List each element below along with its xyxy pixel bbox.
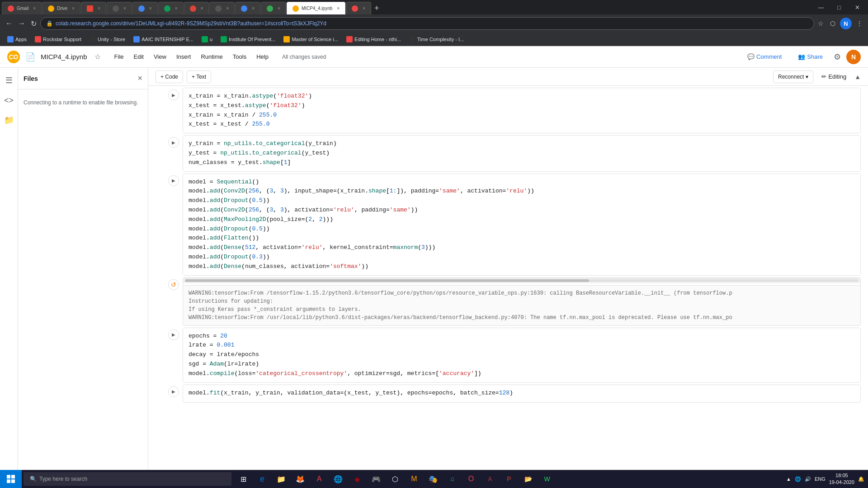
bookmark-unity[interactable]: Unity - Store (86, 35, 129, 44)
explorer-icon-2[interactable]: 📂 (520, 471, 536, 487)
edge-browser-icon[interactable]: e (254, 471, 270, 487)
close-button[interactable]: ✕ (848, 0, 866, 14)
cell-1-run-button[interactable]: ▶ (168, 89, 179, 100)
tab-3[interactable]: × (81, 2, 106, 14)
address-bar[interactable]: 🔒 colab.research.google.com/drive/1DeUML… (40, 17, 814, 30)
tab-9[interactable]: × (235, 2, 260, 14)
star-icon[interactable]: ☆ (94, 52, 101, 61)
menu-runtime[interactable]: Runtime (196, 51, 227, 63)
tab-gmail[interactable]: Gmail × (2, 2, 42, 14)
bookmark-button[interactable]: ☆ (816, 18, 826, 29)
add-code-button[interactable]: + Code (156, 70, 183, 83)
comment-label: Comment (756, 53, 782, 60)
access-icon[interactable]: A (482, 471, 498, 487)
profile-circle[interactable]: N (840, 18, 852, 29)
user-avatar[interactable]: N (846, 50, 861, 64)
menu-edit[interactable]: Edit (129, 51, 148, 63)
app-icon-3[interactable]: 🎮 (368, 471, 384, 487)
bookmark-institute[interactable]: Institute Of Prevent... (217, 35, 279, 44)
new-tab-button[interactable]: + (372, 2, 382, 14)
tab-colab[interactable]: MICP4_4.ipynb × (287, 2, 345, 14)
app-icon-4[interactable]: ⬡ (387, 471, 403, 487)
file-explorer-icon[interactable]: 📁 (273, 471, 289, 487)
sidebar-close-button[interactable]: × (137, 74, 142, 83)
task-view-button[interactable]: ⊞ (235, 471, 251, 487)
acrobat-icon[interactable]: A (311, 471, 327, 487)
more-options-button[interactable]: ⋮ (854, 18, 864, 29)
cell-1-body[interactable]: x_train = x_train.astype('float32') x_te… (183, 88, 861, 133)
output-scrollbar[interactable] (183, 278, 860, 283)
notebook-area: ☰ <> 📁 Files × Connecting to a runtime t… (0, 68, 868, 470)
reconnect-dropdown-icon[interactable]: ▾ (806, 74, 808, 80)
cell-3-body[interactable]: model = Sequential() model.add(Conv2D(25… (183, 174, 861, 276)
bookmark-editing[interactable]: Editing Home - nthi... (343, 35, 405, 44)
app-icon-6[interactable]: 🎭 (425, 471, 441, 487)
colab-logo: CO (7, 51, 20, 63)
editing-label: Editing (828, 73, 846, 80)
tab-11[interactable]: × (346, 2, 371, 14)
forward-button[interactable]: → (16, 18, 27, 29)
svg-rect-2 (7, 479, 10, 483)
reconnect-button[interactable]: Reconnect ▾ (773, 70, 813, 83)
firefox-icon[interactable]: 🦊 (292, 471, 308, 487)
cell-4-body[interactable]: WARNING:tensorflow:From /tensorflow-1.15… (183, 277, 861, 326)
taskbar-icons: ⊞ e 📁 🦊 A 🌐 ◈ 🎮 ⬡ M 🎭 (235, 471, 555, 487)
cell-6-body[interactable]: model.fit(x_train, y_train, validation_d… (183, 385, 861, 403)
menu-view[interactable]: View (149, 51, 171, 63)
sidebar-folder-icon[interactable]: 📁 (0, 111, 18, 129)
maximize-button[interactable]: □ (830, 0, 848, 14)
menu-tools[interactable]: Tools (228, 51, 251, 63)
back-button[interactable]: ← (4, 18, 14, 29)
cell-3-run-button[interactable]: ▶ (168, 175, 179, 186)
tab-8[interactable]: × (209, 2, 235, 14)
cell-6-run-button[interactable]: ▶ (168, 386, 179, 397)
powerpoint-icon[interactable]: P (501, 471, 517, 487)
tab-5[interactable]: × (132, 2, 158, 14)
extension-button[interactable]: ⬡ (828, 18, 837, 29)
menu-insert[interactable]: Insert (172, 51, 196, 63)
app-icon-2[interactable]: ◈ (349, 471, 365, 487)
bookmarks-bar: Apps Rockstar Support Unity - Store AAIC… (0, 33, 868, 46)
comment-icon: 💬 (747, 53, 755, 60)
window-controls: — □ ✕ (812, 0, 866, 14)
clock: 18:05 19-04-2020 (829, 472, 854, 486)
bookmark-time[interactable]: Time Complexity - I... (406, 35, 468, 44)
pencil-icon: ✏ (821, 73, 826, 80)
whatsapp-icon[interactable]: W (539, 471, 555, 487)
share-button[interactable]: 👥 Share (793, 51, 828, 63)
cell-1-code: x_train = x_train.astype('float32') x_te… (183, 88, 860, 133)
office-icon[interactable]: O (463, 471, 479, 487)
reload-button[interactable]: ↻ (29, 18, 38, 30)
tab-10[interactable]: × (261, 2, 286, 14)
settings-icon[interactable]: ⚙ (834, 52, 841, 62)
sidebar-menu-icon[interactable]: ☰ (0, 71, 18, 89)
bookmark-apps[interactable]: Apps (4, 35, 30, 44)
cell-5-body[interactable]: epochs = 20 lrate = 0.001 decay = lrate/… (183, 328, 861, 383)
bookmark-rockstar[interactable]: Rockstar Support (31, 35, 85, 44)
bookmark-aaic[interactable]: AAIC INTERNSHIP E... (130, 35, 197, 44)
tab-7[interactable]: × (184, 2, 209, 14)
menu-help[interactable]: Help (252, 51, 273, 63)
start-button[interactable] (0, 470, 22, 488)
app-icon-5[interactable]: M (406, 471, 422, 487)
menu-file[interactable]: File (110, 51, 128, 63)
tray-arrow[interactable]: ▲ (786, 476, 791, 482)
minimize-button[interactable]: — (812, 0, 830, 14)
collapse-toolbar-button[interactable]: ▲ (854, 73, 861, 80)
bookmark-master[interactable]: Master of Science i... (280, 35, 342, 44)
cell-4-run-button[interactable]: ↺ (168, 279, 179, 290)
comment-button[interactable]: 💬 Comment (742, 51, 787, 63)
tab-drive[interactable]: Drive × (42, 2, 80, 14)
app-icon-1[interactable]: 🌐 (330, 471, 346, 487)
cell-2-body[interactable]: y_train = np_utils.to_categorical(y_trai… (183, 135, 861, 171)
add-text-button[interactable]: + Text (187, 70, 211, 83)
tab-6[interactable]: × (158, 2, 184, 14)
cell-2-run-button[interactable]: ▶ (168, 137, 179, 148)
app-icon-7[interactable]: ♫ (444, 471, 460, 487)
bookmark-u[interactable]: u (198, 35, 216, 44)
notification-icon[interactable]: 🔔 (858, 476, 864, 482)
sidebar-code-icon[interactable]: <> (0, 91, 18, 109)
taskbar-search[interactable]: 🔍 Type here to search (24, 472, 231, 486)
cell-5-run-button[interactable]: ▶ (168, 329, 179, 340)
tab-4[interactable]: × (107, 2, 132, 14)
